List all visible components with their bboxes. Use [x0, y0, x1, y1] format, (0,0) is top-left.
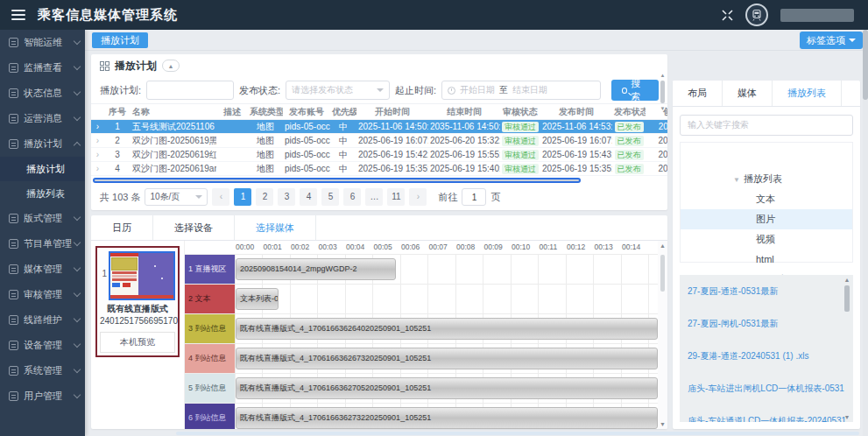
publish-status-select[interactable]: 请选择发布状态 — [286, 81, 390, 100]
goto-page-input[interactable] — [462, 188, 486, 206]
row-expand-icon[interactable]: › — [91, 164, 104, 173]
chevron-down-icon — [74, 264, 81, 271]
top-header: 乘客信息媒体管理系统 — [0, 0, 868, 30]
media-bar[interactable]: 既有线直播版式_4_170616636267320250901_105251 — [236, 348, 658, 369]
media-bar[interactable]: 既有线直播版式_4_170616636273220250901_105251 — [236, 407, 658, 429]
prev-page-button[interactable]: ‹ — [212, 188, 229, 206]
device-card[interactable]: 1 — [95, 246, 180, 357]
library-tab-布局[interactable]: 布局 — [673, 81, 723, 106]
page-button-1[interactable]: 1 — [234, 188, 251, 206]
media-bar[interactable]: 20250908154014_2mpgWGDP-2 — [236, 258, 396, 280]
date-range-picker[interactable]: 开始日期 至 结束日期 — [441, 81, 601, 100]
col-序号: 序号 — [104, 106, 131, 118]
file-item[interactable]: 庙头-车站通道LCD一体机报表-20240531 — [680, 404, 853, 422]
tree-node-html[interactable]: html — [681, 250, 852, 270]
local-preview-button[interactable]: 本机预览 — [100, 332, 175, 353]
sidebar-item-版式管理[interactable]: 版式管理 — [0, 206, 85, 231]
sidebar-item-label: 智能运维 — [24, 36, 74, 49]
sidebar-subitem-播放列表[interactable]: 播放列表 — [0, 181, 85, 206]
hamburger-menu-icon[interactable] — [11, 10, 25, 20]
sidebar-item-label: 系统管理 — [24, 364, 74, 377]
sidebar-item-线路维护[interactable]: 线路维护 — [0, 307, 85, 333]
media-library-panel: 布局媒体播放列表 输入关键字搜索 ▼播放列表 文本图片视频html图片+视频 2… — [673, 81, 860, 429]
sidebar-item-智能运维[interactable]: 智能运维 — [0, 30, 85, 55]
sidebar-item-审核管理[interactable]: 审核管理 — [0, 282, 85, 307]
plan-table: 序号名称描述系统类型发布账号优先级开始时间结束时间审核状态发布时间发布状态创建时… — [91, 103, 667, 184]
tick-label: 00:06 — [401, 243, 420, 251]
page-button-3[interactable]: 3 — [278, 188, 295, 206]
scroll-down-icon[interactable]: ▼ — [658, 421, 667, 427]
playlist-file-list: 27-夏园-通道-0531最新27-夏园-闸机-0531最新29-夏港-通道-2… — [680, 275, 853, 422]
collapse-section-button[interactable]: ▲ — [162, 60, 180, 72]
page-ellipsis[interactable]: … — [365, 188, 383, 206]
layout-thumbnail[interactable] — [109, 251, 175, 300]
table-row[interactable]: ›4双沙门图-20250619arial地图pids-05-occ中2025-0… — [91, 162, 667, 176]
file-item[interactable]: 29-夏港-通道-20240531 (1) .xls — [680, 340, 853, 372]
page-button-4[interactable]: 4 — [300, 188, 317, 206]
sidebar-item-label: 节目单管理 — [24, 237, 74, 250]
sidebar-item-媒体管理[interactable]: 媒体管理 — [0, 257, 85, 282]
sidebar-item-监播查看[interactable]: 监播查看 — [0, 55, 85, 81]
sidebar-item-label: 状态信息 — [24, 87, 74, 100]
table-row[interactable]: ›3双沙门图-20250619红色快地图pids-05-occ中2025-06-… — [91, 148, 667, 162]
table-horizontal-scrollbar[interactable] — [93, 177, 660, 184]
media-bar[interactable]: 既有线直播版式_4_170616636264020250901_105251 — [236, 318, 658, 340]
row-expand-icon[interactable]: › — [91, 150, 104, 159]
row-expand-icon[interactable]: › — [91, 122, 104, 131]
file-item[interactable]: 27-夏园-通道-0531最新 — [680, 275, 853, 307]
page-vertical-scrollbar[interactable] — [863, 30, 868, 436]
page-button-6[interactable]: 6 — [343, 188, 361, 206]
sidebar-item-系统管理[interactable]: 系统管理 — [0, 358, 85, 383]
time-filter-label: 起止时间: — [395, 84, 436, 97]
page-horizontal-scrollbar[interactable] — [176, 432, 859, 435]
tick-label: 00:11 — [540, 243, 558, 251]
status-badge: 审核通过 — [502, 122, 539, 132]
user-avatar-train-icon[interactable] — [745, 4, 768, 26]
sidebar-item-用户管理[interactable]: 用户管理 — [0, 383, 85, 409]
row-cell: 2025-11-06 14:50:41 — [356, 122, 428, 131]
scroll-up-icon[interactable]: ▲ — [658, 243, 667, 249]
sidebar-item-播放计划[interactable]: 播放计划 — [0, 131, 85, 157]
file-item[interactable]: 庙头-车站进出闸机LCD一体机报表-0531 — [680, 372, 853, 404]
col-审核状态: 审核状态 — [500, 106, 540, 118]
row-cell: 1 — [104, 122, 131, 131]
tree-node-文本[interactable]: 文本 — [681, 189, 852, 209]
tab-选择设备[interactable]: 选择设备 — [153, 215, 235, 240]
table-row[interactable]: ›1五号线测试20251106地图pids-05-occ中2025-11-06 … — [91, 120, 667, 134]
tag-options-button[interactable]: 标签选项 — [800, 32, 863, 49]
line-icon — [9, 315, 18, 325]
table-row[interactable]: ›2双沙门图-20250619黑体1地图pids-05-occ中2025-06-… — [91, 134, 667, 148]
plan-name-input[interactable] — [146, 81, 234, 100]
page-size-select[interactable]: 10条/页 — [145, 188, 208, 206]
table-vertical-scrollbar[interactable]: ▲▼ — [659, 72, 667, 130]
library-tab-播放列表[interactable]: 播放列表 — [773, 81, 842, 106]
tab-日历[interactable]: 日历 — [91, 215, 153, 240]
sidebar-item-设备管理[interactable]: 设备管理 — [0, 333, 85, 358]
tab-chip-play-plan[interactable]: 播放计划 — [92, 32, 148, 48]
sidebar-item-状态信息[interactable]: 状态信息 — [0, 81, 85, 106]
file-item[interactable]: 27-夏园-闸机-0531最新 — [680, 307, 853, 340]
tree-root-playlist[interactable]: ▼播放列表 — [681, 169, 852, 189]
page-button-11[interactable]: 11 — [387, 188, 405, 206]
page-button-2[interactable]: 2 — [256, 188, 273, 206]
library-search-box[interactable]: 输入关键字搜索 — [680, 115, 853, 136]
row-cell: 2025-06-19 16:07:13 — [356, 136, 428, 145]
row-expand-icon[interactable]: › — [91, 136, 104, 145]
file-list-scrollbar[interactable]: ▲▼ — [843, 277, 851, 420]
sidebar-item-运营消息[interactable]: 运营消息 — [0, 106, 85, 131]
tree-node-图片[interactable]: 图片 — [681, 209, 852, 229]
library-tab-媒体[interactable]: 媒体 — [723, 81, 773, 106]
sidebar-subitem-播放计划[interactable]: 播放计划 — [0, 157, 85, 181]
tab-选择媒体[interactable]: 选择媒体 — [235, 215, 316, 240]
search-button[interactable]: 搜索 — [611, 80, 659, 101]
page-button-5[interactable]: 5 — [321, 188, 339, 206]
media-bar[interactable]: 文本列表-0705 — [236, 288, 279, 310]
tree-node-视频[interactable]: 视频 — [681, 229, 852, 250]
fullscreen-icon[interactable] — [722, 10, 733, 21]
next-page-button[interactable]: › — [409, 188, 427, 206]
sidebar-item-节目单管理[interactable]: 节目单管理 — [0, 231, 85, 257]
timeline-vertical-scrollbar[interactable]: ▲ ▼ — [658, 241, 667, 429]
media-bar[interactable]: 既有线直播版式_4_170616636270520250901_105251 — [236, 377, 658, 399]
row-cell: pids-05-occ — [283, 122, 330, 131]
timeline: 00:0000:0100:0200:0300:0400:0500:0600:07… — [184, 241, 667, 429]
